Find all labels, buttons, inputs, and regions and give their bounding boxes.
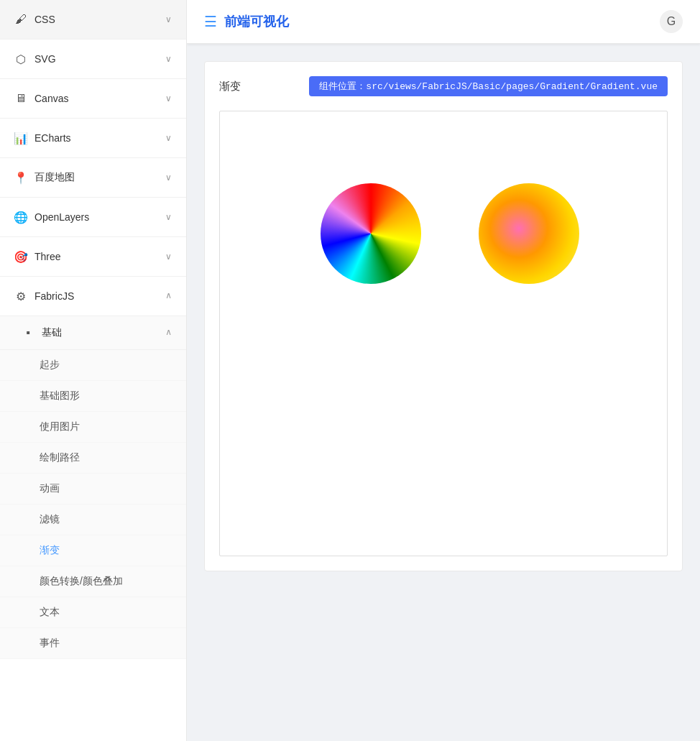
sidebar-label-fabricjs: FabricJS: [34, 290, 74, 302]
circle-radial: [479, 183, 579, 284]
echarts-icon: 📊: [14, 132, 27, 144]
header: ☰ 前端可视化 G: [187, 0, 700, 44]
leaf-label-start: 起步: [40, 359, 60, 370]
chevron-basic: ∨: [165, 328, 172, 338]
leaf-label-image: 使用图片: [40, 420, 80, 432]
basic-group-label: 基础: [42, 326, 62, 339]
canvas-icon: 🖥: [14, 92, 27, 105]
submenu-leaf-shapes[interactable]: 基础图形: [0, 381, 186, 412]
sidebar-item-canvas[interactable]: 🖥 Canvas ∨: [0, 79, 186, 119]
submenu-leaf-color[interactable]: 颜色转换/颜色叠加: [0, 566, 186, 597]
sidebar-item-svg[interactable]: ⬡ SVG ∨: [0, 40, 186, 79]
submenu-leaf-path[interactable]: 绘制路径: [0, 443, 186, 474]
circle-rainbow: [321, 183, 421, 284]
card-title: 渐变: [219, 80, 241, 93]
sidebar-label-openlayers: OpenLayers: [34, 211, 89, 223]
three-icon: 🎯: [14, 250, 27, 263]
card-path-badge: 组件位置：src/views/FabricJS/Basic/pages/Grad…: [309, 76, 668, 96]
sidebar: 🖌 CSS ∨ ⬡ SVG ∨ 🖥 Canvas ∨ 📊 ECharts ∨ 📍…: [0, 0, 187, 741]
sidebar-item-echarts[interactable]: 📊 ECharts ∨: [0, 119, 186, 158]
baidu-icon: 📍: [14, 171, 27, 184]
header-icon: ☰: [204, 13, 217, 30]
chevron-openlayers: ∨: [165, 212, 172, 222]
openlayers-icon: 🌐: [14, 211, 27, 224]
card-header: 渐变 组件位置：src/views/FabricJS/Basic/pages/G…: [219, 76, 668, 96]
leaf-label-path: 绘制路径: [40, 451, 80, 463]
chevron-echarts: ∨: [165, 133, 172, 143]
canvas-preview-area: [219, 111, 668, 556]
leaf-label-filter: 滤镜: [40, 513, 60, 525]
submenu-leaf-gradient[interactable]: 渐变: [0, 535, 186, 566]
sidebar-item-fabricjs[interactable]: ⚙ FabricJS ∨: [0, 277, 186, 316]
content-area: 渐变 组件位置：src/views/FabricJS/Basic/pages/G…: [187, 44, 700, 741]
svg-icon: ⬡: [14, 52, 27, 65]
sidebar-item-css[interactable]: 🖌 CSS ∨: [0, 0, 186, 40]
leaf-label-text: 文本: [40, 606, 60, 617]
chevron-canvas: ∨: [165, 93, 172, 103]
sidebar-item-openlayers[interactable]: 🌐 OpenLayers ∨: [0, 198, 186, 237]
sidebar-label-three: Three: [34, 251, 61, 262]
chevron-svg: ∨: [165, 54, 172, 64]
leaf-label-color: 颜色转换/颜色叠加: [40, 575, 123, 586]
sidebar-label-echarts: ECharts: [34, 132, 71, 144]
sidebar-label-css: CSS: [34, 14, 55, 25]
submenu-leaf-event[interactable]: 事件: [0, 628, 186, 659]
fabricjs-submenu: ▪ 基础 ∨ 起步 基础图形 使用图片 绘制路径 动画 滤镜 渐变 颜色转换/颜…: [0, 316, 186, 659]
submenu-leaf-filter[interactable]: 滤镜: [0, 505, 186, 535]
header-avatar[interactable]: G: [660, 10, 683, 33]
main-area: ☰ 前端可视化 G 渐变 组件位置：src/views/FabricJS/Bas…: [187, 0, 700, 741]
fabricjs-icon: ⚙: [14, 290, 27, 303]
leaf-label-event: 事件: [40, 637, 60, 648]
leaf-label-gradient: 渐变: [40, 544, 60, 556]
sidebar-label-svg: SVG: [34, 53, 56, 65]
sidebar-label-canvas: Canvas: [34, 93, 68, 104]
basic-group-icon: ▪: [22, 326, 34, 339]
submenu-leaf-animation[interactable]: 动画: [0, 474, 186, 505]
leaf-label-shapes: 基础图形: [40, 390, 80, 401]
leaf-label-animation: 动画: [40, 482, 60, 494]
chevron-baidu: ∨: [165, 172, 172, 183]
css-icon: 🖌: [14, 13, 27, 26]
submenu-leaf-start[interactable]: 起步: [0, 350, 186, 381]
header-title: 前端可视化: [224, 13, 289, 30]
submenu-leaf-text[interactable]: 文本: [0, 597, 186, 628]
sidebar-item-baidu[interactable]: 📍 百度地图 ∨: [0, 158, 186, 198]
chevron-fabricjs: ∨: [165, 291, 172, 301]
submenu-leaf-image[interactable]: 使用图片: [0, 412, 186, 443]
chevron-three: ∨: [165, 252, 172, 262]
chevron-css: ∨: [165, 14, 172, 24]
avatar-letter: G: [667, 15, 676, 28]
sidebar-label-baidu: 百度地图: [34, 171, 75, 184]
submenu-group-basic[interactable]: ▪ 基础 ∨: [0, 316, 186, 350]
sidebar-item-three[interactable]: 🎯 Three ∨: [0, 237, 186, 277]
main-card: 渐变 组件位置：src/views/FabricJS/Basic/pages/G…: [204, 61, 683, 571]
